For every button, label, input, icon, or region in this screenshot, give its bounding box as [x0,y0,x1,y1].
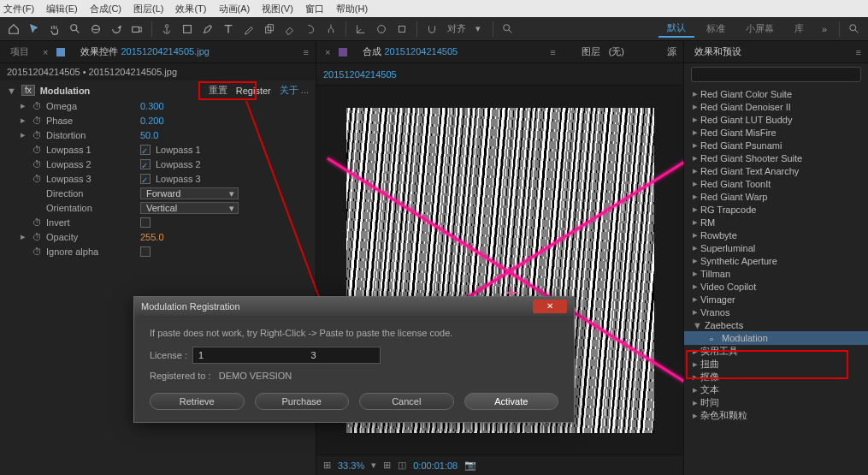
panel-menu-icon[interactable]: ≡ [856,47,861,57]
roto-tool-icon[interactable] [302,21,319,38]
brush-tool-icon[interactable] [240,21,257,38]
param-distortion-value[interactable]: 50.0 [140,130,158,140]
selection-tool-icon[interactable] [26,21,43,38]
camera-tool-icon[interactable] [128,21,145,38]
ignorea-checkbox[interactable] [140,246,151,257]
stopwatch-icon[interactable]: ⏱ [32,130,43,140]
preset-folder[interactable]: ▸Tillman [684,267,868,280]
preset-folder[interactable]: ▸Red Giant Color Suite [684,87,868,100]
layer-tab-label[interactable]: 图层 [582,45,600,58]
register-button[interactable]: Register [233,85,275,97]
preset-folder[interactable]: ▸Synthetic Aperture [684,254,868,267]
search-toolbar-icon[interactable] [499,21,517,38]
menu-layer[interactable]: 图层(L) [133,3,163,15]
orientation-dropdown[interactable]: Vertical [140,202,239,214]
about-link[interactable]: 关于 ... [280,84,309,97]
tab-effect-controls[interactable]: 效果控件 20151204214505.jpg [77,43,212,61]
preset-folder[interactable]: ▸Superluminal [684,241,868,254]
preset-folder[interactable]: ▸Vranos [684,306,868,318]
param-opacity-value[interactable]: 255.0 [140,232,164,242]
preset-folder[interactable]: ▸Video Copilot [684,280,868,293]
mask-icon[interactable]: ◫ [398,460,406,471]
param-omega-value[interactable]: 0.300 [140,101,164,111]
preset-folder[interactable]: ▸Red Giant Psunami [684,139,868,151]
dropdown-icon[interactable]: ⊞ [323,460,331,471]
fx-badge-icon[interactable]: fx [21,85,35,96]
menu-window[interactable]: 窗口 [305,3,324,15]
timecode-value[interactable]: 0:00:01:08 [413,460,458,471]
cancel-button[interactable]: Cancel [359,393,454,410]
stopwatch-icon[interactable]: ⏱ [32,174,43,184]
param-phase-value[interactable]: 0.200 [140,116,164,126]
pen-tool-icon[interactable] [199,21,216,38]
preset-folder[interactable]: ▸实用工具 [684,345,868,358]
workspace-default[interactable]: 默认 [658,20,694,38]
stopwatch-icon[interactable]: ⏱ [32,145,43,155]
chevron-down-icon[interactable]: ▾ [469,21,487,38]
tab-close-icon[interactable]: × [325,47,330,57]
dialog-close-button[interactable]: ✕ [533,300,567,313]
direction-dropdown[interactable]: Forward [140,187,239,199]
tab-effects-presets[interactable]: 效果和预设 [691,43,745,61]
workspace-small[interactable]: 小屏幕 [737,21,782,37]
menu-edit[interactable]: 编辑(E) [46,3,78,15]
lp3-checkbox[interactable] [140,174,151,184]
purchase-button[interactable]: Purchase [255,393,350,410]
preset-folder[interactable]: ▸扭曲 [684,358,868,371]
preset-effect-item[interactable]: ▫Modulation [684,331,868,345]
hand-tool-icon[interactable] [46,21,63,38]
eraser-tool-icon[interactable] [281,21,298,38]
orbit-tool-icon[interactable] [87,21,104,38]
clone-tool-icon[interactable] [261,21,278,38]
preset-folder[interactable]: ▸RG Trapcode [684,203,868,216]
preset-folder[interactable]: ▸Red Giant Text Anarchy [684,164,868,177]
text-tool-icon[interactable] [220,21,237,38]
presets-list[interactable]: ▸Red Giant Color Suite▸Red Giant Denoise… [684,86,868,475]
grid-icon[interactable]: ⊞ [383,460,391,471]
local-axis-icon[interactable] [352,21,369,38]
tab-project[interactable]: 项目 [7,43,32,61]
world-axis-icon[interactable] [373,21,390,38]
retrieve-button[interactable]: Retrieve [150,393,245,410]
camera-icon[interactable]: 📷 [464,460,476,471]
preset-folder[interactable]: ▸杂色和颗粒 [684,409,868,422]
license-input[interactable] [192,347,381,364]
twirl-icon[interactable]: ▸ [21,115,29,126]
tab-close-icon[interactable]: × [43,47,48,57]
zoom-tool-icon[interactable] [67,21,84,38]
menu-anim[interactable]: 动画(A) [219,3,251,15]
comp-breadcrumb-link[interactable]: 20151204214505 [323,69,397,80]
menu-effect[interactable]: 效果(T) [175,3,206,15]
tab-composition[interactable]: 合成 20151204214505 [359,43,461,61]
view-axis-icon[interactable] [393,21,410,38]
menu-help[interactable]: 帮助(H) [336,3,368,15]
reset-button[interactable]: 重置 [209,84,227,97]
stopwatch-icon[interactable]: ⏱ [32,101,43,111]
anchor-tool-icon[interactable] [158,21,175,38]
menu-comp[interactable]: 合成(C) [90,3,121,15]
preset-folder[interactable]: ▸Red Giant Shooter Suite [684,151,868,164]
stopwatch-icon[interactable]: ⏱ [32,217,43,228]
src-tab-label[interactable]: 源 [667,45,676,58]
resolution-icon[interactable]: ▾ [371,460,376,471]
preset-folder[interactable]: ▸Rowbyte [684,229,868,241]
workspace-overflow-icon[interactable]: » [816,21,833,38]
twirl-icon[interactable]: ▸ [21,100,29,111]
preset-folder[interactable]: ▸Red Giant Denoiser II [684,100,868,113]
lp2-checkbox[interactable] [140,159,151,169]
panel-menu-icon[interactable]: ≡ [304,47,309,57]
stopwatch-icon[interactable]: ⏱ [32,246,43,257]
workspace-standard[interactable]: 标准 [698,21,734,37]
zoom-value[interactable]: 33.3% [338,460,364,471]
twirl-icon[interactable]: ▸ [21,231,29,242]
preset-folder[interactable]: ▸Red Giant ToonIt [684,177,868,190]
invert-checkbox[interactable] [140,217,151,228]
preset-folder[interactable]: ▸Vimager [684,293,868,306]
stopwatch-icon[interactable]: ⏱ [32,232,43,242]
preset-folder[interactable]: ▸Red Giant Warp [684,190,868,203]
twirl-icon[interactable]: ▸ [21,129,29,140]
preset-folder-expanded[interactable]: ▼Zaebects [684,318,868,331]
preset-folder[interactable]: ▸抠像 [684,371,868,383]
preset-folder[interactable]: ▸时间 [684,396,868,409]
lp1-checkbox[interactable] [140,145,151,155]
